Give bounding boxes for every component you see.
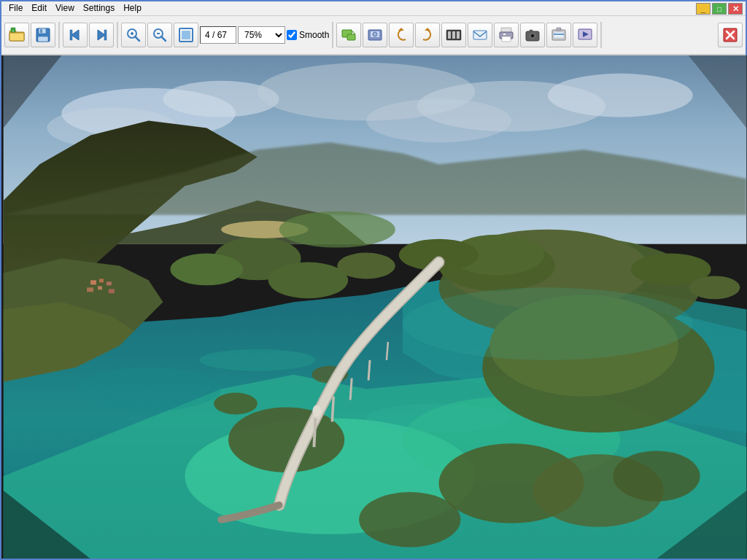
svg-rect-42 <box>530 30 533 32</box>
scanner-btn[interactable] <box>546 23 571 47</box>
svg-point-77 <box>689 276 740 299</box>
rotate-right-btn[interactable] <box>415 23 440 47</box>
prev-btn[interactable] <box>63 23 88 47</box>
svg-rect-31 <box>448 31 451 39</box>
landscape-image <box>1 55 747 559</box>
menu-edit[interactable]: Edit <box>27 1 51 15</box>
svg-point-104 <box>199 349 315 371</box>
rotate-left-btn[interactable] <box>389 23 414 47</box>
svg-rect-46 <box>557 28 561 31</box>
close-image-btn[interactable] <box>718 23 743 47</box>
svg-rect-37 <box>502 36 511 42</box>
nav-counter: 4 / 67 <box>200 26 236 44</box>
svg-rect-44 <box>554 32 564 38</box>
smooth-label[interactable]: Smooth <box>299 30 329 40</box>
svg-rect-32 <box>452 31 455 39</box>
camera-btn[interactable] <box>520 23 545 47</box>
svg-rect-34 <box>473 31 487 39</box>
svg-rect-33 <box>457 31 460 39</box>
svg-line-16 <box>135 36 139 41</box>
svg-rect-38 <box>503 34 506 35</box>
svg-rect-12 <box>104 30 107 40</box>
app-window: File Edit View Settings Help _ □ ✕ + <box>0 0 747 560</box>
menu-file[interactable]: File <box>4 1 27 15</box>
svg-line-19 <box>161 36 166 41</box>
svg-line-98 <box>314 418 315 447</box>
smooth-area: Smooth <box>287 30 329 40</box>
toolbar: + <box>1 16 746 55</box>
svg-marker-29 <box>425 28 430 31</box>
svg-point-78 <box>228 407 344 472</box>
svg-point-105 <box>366 403 511 432</box>
svg-rect-23 <box>347 34 355 40</box>
svg-point-57 <box>548 74 693 117</box>
smooth-checkbox[interactable] <box>287 30 297 40</box>
separator-2 <box>117 22 118 48</box>
svg-rect-87 <box>90 280 96 284</box>
svg-point-94 <box>170 253 242 285</box>
separator-4 <box>600 22 602 48</box>
svg-point-59 <box>366 98 511 142</box>
svg-rect-89 <box>107 281 112 285</box>
svg-line-99 <box>332 396 333 421</box>
slideshow-btn[interactable] <box>573 23 597 47</box>
svg-rect-8 <box>38 36 48 42</box>
svg-rect-91 <box>98 286 102 289</box>
svg-marker-9 <box>71 30 79 40</box>
close-button[interactable]: ✕ <box>728 3 743 15</box>
menubar: File Edit View Settings Help _ □ ✕ <box>1 1 746 16</box>
svg-rect-7 <box>40 29 42 33</box>
svg-point-107 <box>76 367 221 411</box>
separator-1 <box>58 22 60 48</box>
zoom-select[interactable]: 25% 50% 75% 100% 150% 200% <box>238 26 285 44</box>
svg-point-103 <box>312 405 321 416</box>
zoom-out-btn[interactable] <box>147 23 172 47</box>
svg-point-97 <box>279 211 395 248</box>
maximize-button[interactable]: □ <box>712 3 727 15</box>
separator-3 <box>332 22 333 48</box>
save-btn[interactable] <box>31 23 55 47</box>
svg-point-95 <box>268 262 348 298</box>
svg-text:+: + <box>12 28 15 33</box>
svg-point-41 <box>531 34 535 37</box>
svg-marker-11 <box>98 30 105 40</box>
open-folder-btn[interactable]: + <box>4 23 29 47</box>
svg-point-27 <box>373 32 377 36</box>
menu-settings[interactable]: Settings <box>79 1 119 15</box>
svg-point-82 <box>613 451 700 502</box>
email-btn[interactable] <box>468 23 492 47</box>
minimize-button[interactable]: _ <box>696 3 711 15</box>
svg-rect-10 <box>70 30 72 40</box>
svg-rect-21 <box>182 31 190 39</box>
menu-help[interactable]: Help <box>119 1 146 15</box>
svg-line-100 <box>350 378 352 400</box>
filmstrip-btn[interactable] <box>441 23 466 47</box>
resize-btn[interactable] <box>336 23 361 47</box>
svg-line-101 <box>368 359 370 380</box>
svg-point-81 <box>359 491 460 547</box>
next-btn[interactable] <box>89 23 114 47</box>
menu-view[interactable]: View <box>51 1 79 15</box>
svg-rect-90 <box>87 287 93 292</box>
print-btn[interactable] <box>494 23 519 47</box>
capture-btn[interactable] <box>363 23 387 47</box>
svg-point-106 <box>403 287 693 359</box>
svg-rect-88 <box>99 279 104 282</box>
image-container <box>1 55 747 559</box>
zoom-in-btn[interactable] <box>121 23 146 47</box>
svg-rect-92 <box>109 289 115 293</box>
svg-rect-2 <box>9 33 24 41</box>
svg-marker-28 <box>398 28 404 31</box>
svg-point-83 <box>214 392 258 414</box>
fit-btn[interactable] <box>174 23 198 47</box>
